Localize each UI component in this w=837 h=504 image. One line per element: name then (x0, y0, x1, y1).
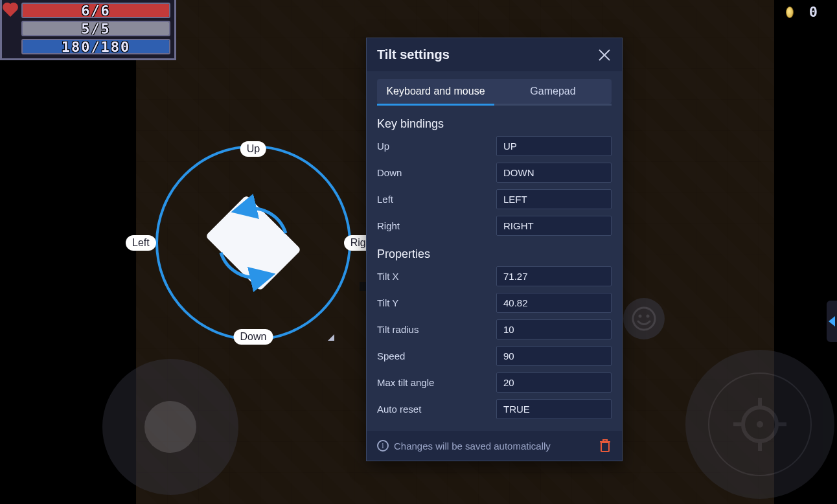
panel-header: Tilt settings (367, 38, 622, 71)
virtual-joystick[interactable] (102, 359, 238, 495)
tilt-label-down[interactable]: Down (234, 329, 273, 345)
keybind-row-down: Down (377, 163, 612, 183)
hp-value: 6/6 (23, 4, 169, 17)
tilt-label-up[interactable]: Up (240, 141, 266, 157)
prop-input-auto-reset[interactable] (496, 399, 612, 419)
crosshair-icon (731, 395, 789, 453)
hud-hp-row: 6/6 (6, 3, 170, 18)
prop-row-speed: Speed (377, 346, 612, 366)
chevron-left-icon (829, 316, 835, 326)
hud-armor-row: 5/5 (6, 21, 170, 36)
prop-label-speed: Speed (377, 350, 405, 361)
mana-bar: 180/180 (21, 39, 170, 54)
prop-input-tilt-x[interactable] (496, 266, 612, 286)
keybind-label-up: Up (377, 141, 389, 152)
shield-icon (6, 23, 17, 34)
prop-input-tilt-y[interactable] (496, 293, 612, 313)
prop-input-tilt-radius[interactable] (496, 319, 612, 339)
coin-icon (786, 6, 794, 18)
close-icon[interactable] (597, 48, 612, 62)
prop-row-tilt-x: Tilt X (377, 266, 612, 286)
svg-rect-13 (603, 440, 607, 442)
armor-value: 5/5 (23, 22, 169, 35)
heart-icon (6, 5, 17, 16)
coin-counter: 0 (786, 4, 818, 20)
svg-point-1 (639, 315, 642, 318)
svg-point-4 (757, 421, 763, 428)
prop-label-tilt-radius: Tilt radius (377, 324, 418, 335)
hud-panel: 6/6 5/5 180/180 (0, 0, 176, 60)
panel-footer: i Changes will be saved automatically (367, 431, 622, 461)
keybind-row-left: Left (377, 189, 612, 209)
prop-row-tilt-y: Tilt Y (377, 293, 612, 313)
tab-underline (377, 104, 612, 106)
hp-bar: 6/6 (21, 3, 170, 18)
prop-label-tilt-y: Tilt Y (377, 297, 398, 308)
hud-mana-row: 180/180 (6, 39, 170, 54)
mana-value: 180/180 (23, 40, 169, 53)
keybindings-header: Key bindings (377, 117, 612, 131)
svg-rect-11 (601, 442, 609, 452)
prop-row-tilt-radius: Tilt radius (377, 319, 612, 339)
prop-label-tilt-x: Tilt X (377, 271, 399, 282)
prop-input-max-angle[interactable] (496, 372, 612, 393)
joystick-thumb[interactable] (144, 401, 196, 453)
trash-icon[interactable] (599, 439, 612, 453)
keybind-input-left[interactable] (496, 189, 612, 209)
emote-button[interactable] (623, 298, 665, 339)
properties-header: Properties (377, 247, 612, 261)
gem-icon (6, 41, 17, 52)
svg-point-0 (633, 308, 655, 330)
smiley-icon (631, 306, 657, 332)
svg-point-2 (647, 315, 650, 318)
keybind-input-down[interactable] (496, 163, 612, 183)
prop-label-auto-reset: Auto reset (377, 404, 421, 415)
armor-bar: 5/5 (21, 21, 170, 36)
autosave-text: Changes will be saved automatically (394, 441, 551, 452)
tilt-direction-overlay[interactable]: Up Down Left Right (155, 145, 351, 341)
prop-input-speed[interactable] (496, 346, 612, 366)
keybind-row-right: Right (377, 216, 612, 236)
tilt-settings-panel: Tilt settings Keyboard and mouse Gamepad… (366, 38, 623, 461)
tab-keyboard-mouse[interactable]: Keyboard and mouse (377, 79, 494, 104)
info-icon: i (377, 440, 389, 452)
keybind-input-up[interactable] (496, 136, 612, 156)
tab-gamepad[interactable]: Gamepad (494, 79, 612, 104)
aim-ring (708, 372, 812, 476)
keybind-row-up: Up (377, 136, 612, 156)
coin-value: 0 (809, 4, 818, 20)
keybind-input-right[interactable] (496, 216, 612, 236)
keybind-label-down: Down (377, 167, 402, 178)
prop-row-auto-reset: Auto reset (377, 399, 612, 419)
input-mode-tabs: Keyboard and mouse Gamepad (377, 79, 612, 104)
keybind-label-right: Right (377, 220, 400, 231)
panel-title: Tilt settings (377, 47, 450, 62)
side-drawer-handle[interactable] (827, 301, 837, 342)
keybind-label-left: Left (377, 194, 393, 205)
prop-row-max-angle: Max tilt angle (377, 372, 612, 393)
tilt-label-left[interactable]: Left (126, 235, 156, 251)
aim-button[interactable] (685, 350, 834, 499)
prop-label-max-angle: Max tilt angle (377, 377, 434, 388)
